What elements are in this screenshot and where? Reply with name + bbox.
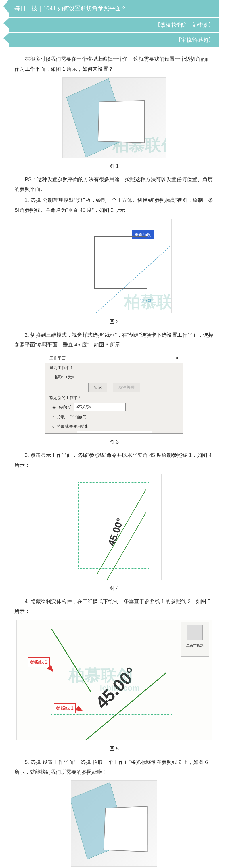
name-label: 名称: bbox=[54, 373, 63, 381]
figure-1-caption: 图 1 bbox=[14, 161, 214, 171]
step-2: 2. 切换到三维模式，视觉样式选择“线框”，在“创建”选项卡下选设置工作平面，选… bbox=[14, 330, 214, 350]
figure-2-caption: 图 2 bbox=[14, 317, 214, 327]
diagonal-ref-line bbox=[64, 246, 171, 313]
tag-ref-line-1: 参照线 1 bbox=[54, 703, 76, 713]
title-bar: 每日一技｜1041 如何设置斜切角参照平面？ bbox=[9, 0, 219, 17]
figure-5-caption: 图 5 bbox=[14, 744, 214, 753]
plane-dropdown-list[interactable]: <不关联> 参照平面 : 中心(前/后) 参照平面 : 中心(左/右) 参照平面… bbox=[77, 431, 152, 434]
step-5: 5. 选择“设置工作平面”，选择“拾取一个工作面”将光标移动在参照线 2 上，如… bbox=[14, 757, 214, 777]
page-title: 每日一技｜1041 如何设置斜切角参照平面？ bbox=[14, 5, 127, 11]
figure-2: 垂直45度 135.00° 柏慕联创 bbox=[57, 218, 172, 313]
radio-pick-label: 拾取一个平面(P) bbox=[57, 413, 87, 421]
name-value: <无> bbox=[65, 373, 74, 381]
radio-name-label: 名称(N) bbox=[58, 403, 72, 411]
author-line: 【攀枝花学院，文/李勋】 bbox=[155, 22, 214, 28]
figure-4-caption: 图 4 bbox=[14, 583, 214, 593]
radio-pick-icon[interactable]: ○ bbox=[52, 413, 55, 421]
step-4: 4. 隐藏绘制实体构件，在三维模式下绘制一条垂直于参照线 1 的参照线 2，如图… bbox=[14, 597, 214, 616]
angle-readout: 135.00° bbox=[140, 297, 154, 305]
step-3: 3. 点击显示工作平面，选择“参照线”命令并以水平夹角 45 度绘制参照线 1，… bbox=[14, 450, 214, 470]
figure-3-caption: 图 3 bbox=[14, 437, 214, 447]
reviewer-line: 【审核/许述超】 bbox=[176, 37, 214, 43]
view-cube-hint: 单击可拖动 bbox=[181, 643, 209, 649]
figure-1: 柏慕联创 bbox=[62, 78, 166, 158]
view-cube-panel[interactable]: 单击可拖动 bbox=[181, 622, 209, 657]
figure-3-work-plane-dialog: 工作平面 ✕ 当前工作平面 名称: <无> 显示 取消关联 指定新的工作平面 ◉… bbox=[45, 353, 183, 434]
result-plane bbox=[71, 782, 127, 859]
specify-new-wp-label: 指定新的工作平面 bbox=[50, 394, 82, 402]
ps-paragraph: PS：这种设置参照平面的方法有很多用途，按照这种方法可以设置任何位置、角度的参照… bbox=[14, 175, 214, 194]
figure-6 bbox=[71, 780, 157, 867]
radio-name-icon[interactable]: ◉ bbox=[52, 403, 56, 411]
intro-paragraph: 在很多时候我们需要在一个模型上编辑一个角，这就需要我们设置一个斜切角的面作为工作… bbox=[14, 54, 214, 73]
ref-plane-label: 垂直45度 bbox=[132, 230, 154, 239]
article-body: 在很多时候我们需要在一个模型上编辑一个角，这就需要我们设置一个斜切角的面作为工作… bbox=[0, 48, 228, 868]
figure-4: 45.00° bbox=[67, 473, 162, 580]
show-button[interactable]: 显示 bbox=[88, 383, 107, 392]
radio-line-icon[interactable]: ○ bbox=[52, 423, 55, 430]
view-cube-icon[interactable] bbox=[187, 625, 203, 640]
reviewer-bar: 【审核/许述超】 bbox=[9, 33, 219, 46]
name-combo[interactable]: <不关联> bbox=[74, 403, 126, 411]
dialog-title: 工作平面 bbox=[50, 354, 66, 362]
step-1: 1. 选择“公制常规模型”族样板，绘制一个正方体。切换到“参照标高”视图，绘制一… bbox=[14, 195, 214, 215]
author-bar: 【攀枝花学院，文/李勋】 bbox=[9, 19, 219, 32]
cut-plane-illustration bbox=[66, 78, 128, 157]
close-icon[interactable]: ✕ bbox=[175, 354, 179, 362]
dissociate-button[interactable]: 取消关联 bbox=[113, 383, 140, 392]
current-wp-label: 当前工作平面 bbox=[50, 364, 74, 372]
watermark-text: 柏慕联创 bbox=[113, 130, 166, 158]
list-item[interactable]: <不关联> bbox=[77, 431, 152, 434]
radio-line-label: 拾取线并使用绘制 bbox=[57, 423, 89, 430]
tag-ref-line-2: 参照线 2 bbox=[28, 657, 50, 667]
figure-5: 45.00° 参照线 2 参照线 1 单击可拖动 柏慕联创 lcbim.com bbox=[17, 620, 212, 740]
